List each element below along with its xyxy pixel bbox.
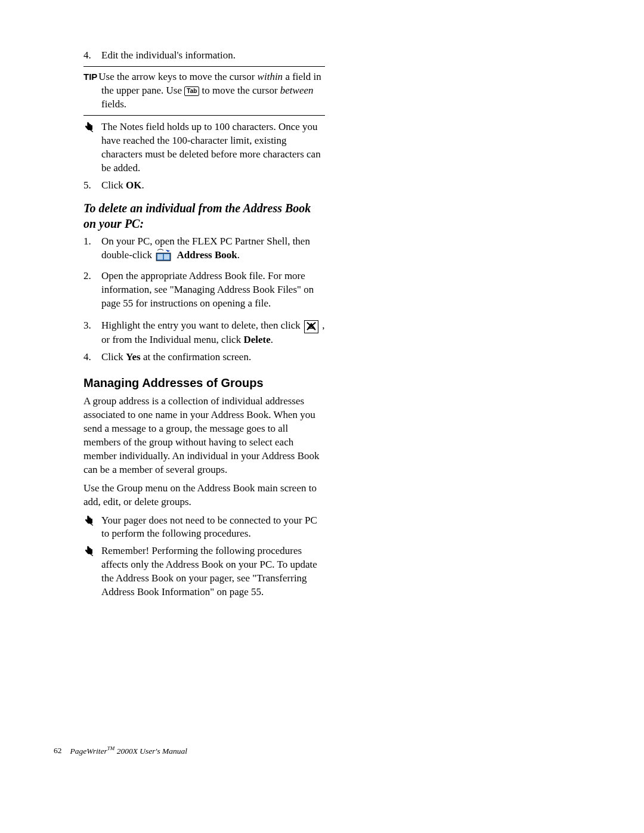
list-marker: 4.: [83, 49, 97, 63]
note-text: The Notes field holds up to 100 characte…: [101, 121, 321, 174]
delete-icon: [304, 320, 318, 333]
note-text: Your pager does not need to be connected…: [101, 515, 317, 540]
step-text-prefix: Click: [101, 179, 126, 191]
del-step-4: 4. Click Yes at the confirmation screen.: [83, 351, 325, 364]
section-subheading: To delete an individual from the Address…: [83, 200, 325, 231]
tip-text-c: to move the cursor: [199, 85, 280, 96]
tip-text-d: fields.: [101, 98, 126, 110]
note-text: Remember! Performing the following proce…: [101, 545, 317, 597]
note-item: Your pager does not need to be connected…: [83, 514, 325, 541]
hand-pointer-icon: [83, 515, 95, 527]
note-item: The Notes field holds up to 100 characte…: [83, 120, 325, 175]
edit-steps-continued-2: 5. Click OK.: [83, 179, 325, 193]
step-text: Edit the individual's information.: [101, 49, 236, 61]
del-step-1: 1. On your PC, open the FLEX PC Partner …: [83, 235, 325, 266]
hand-pointer-icon: [83, 121, 95, 133]
step-text: Open the appropriate Address Book file. …: [101, 270, 314, 309]
step-text-bold: Delete: [243, 334, 270, 345]
hand-pointer-icon: [83, 545, 95, 557]
list-marker: 2.: [83, 270, 97, 283]
del-step-2: 2. Open the appropriate Address Book fil…: [83, 270, 325, 311]
step-text-b: .: [237, 249, 240, 261]
note-list: The Notes field holds up to 100 characte…: [83, 120, 325, 175]
step-text-bold: Yes: [126, 351, 141, 363]
trademark: TM: [107, 745, 115, 751]
address-book-icon: [156, 249, 172, 266]
paragraph: Use the Group menu on the Address Book m…: [83, 482, 325, 509]
step-text-suffix: .: [142, 179, 144, 191]
divider: [83, 66, 325, 67]
footer-title-a: PageWriter: [70, 746, 107, 755]
tip-block: TIPUse the arrow keys to move the cursor…: [83, 70, 325, 112]
step-5: 5. Click OK.: [83, 179, 325, 193]
section-heading: Managing Addresses of Groups: [83, 375, 325, 391]
tab-key-icon: Tab: [184, 86, 199, 96]
document-page: 4. Edit the individual's information. TI…: [0, 0, 644, 833]
tip-em-within: within: [258, 71, 283, 82]
note-list-2: Your pager does not need to be connected…: [83, 514, 325, 600]
page-footer: 62PageWriterTM 2000X User's Manual: [54, 745, 187, 756]
step-text-bold: OK: [126, 179, 141, 191]
page-number: 62: [54, 746, 62, 755]
note-item: Remember! Performing the following proce…: [83, 544, 325, 599]
del-step-3: 3. Highlight the entry you want to delet…: [83, 319, 325, 347]
paragraph: A group address is a collection of indiv…: [83, 395, 325, 477]
step-text-c: .: [271, 334, 273, 345]
step-text-a: Highlight the entry you want to delete, …: [101, 320, 303, 331]
list-marker: 4.: [83, 351, 97, 364]
step-text-b: at the confirmation screen.: [141, 351, 252, 363]
text-column: 4. Edit the individual's information. TI…: [83, 49, 325, 599]
delete-steps: 1. On your PC, open the FLEX PC Partner …: [83, 235, 325, 364]
list-marker: 5.: [83, 179, 97, 193]
divider: [83, 115, 325, 116]
step-4: 4. Edit the individual's information.: [83, 49, 325, 63]
edit-steps-continued: 4. Edit the individual's information.: [83, 49, 325, 63]
tip-text-a: Use the arrow keys to move the cursor: [98, 71, 257, 82]
footer-title-b: 2000X User's Manual: [114, 746, 187, 755]
step-text-a: Click: [101, 351, 126, 363]
tip-label: TIP: [83, 72, 97, 82]
tip-em-between: between: [280, 85, 314, 96]
list-marker: 3.: [83, 319, 97, 333]
step-text-bold: Address Book: [177, 249, 237, 261]
list-marker: 1.: [83, 235, 97, 249]
